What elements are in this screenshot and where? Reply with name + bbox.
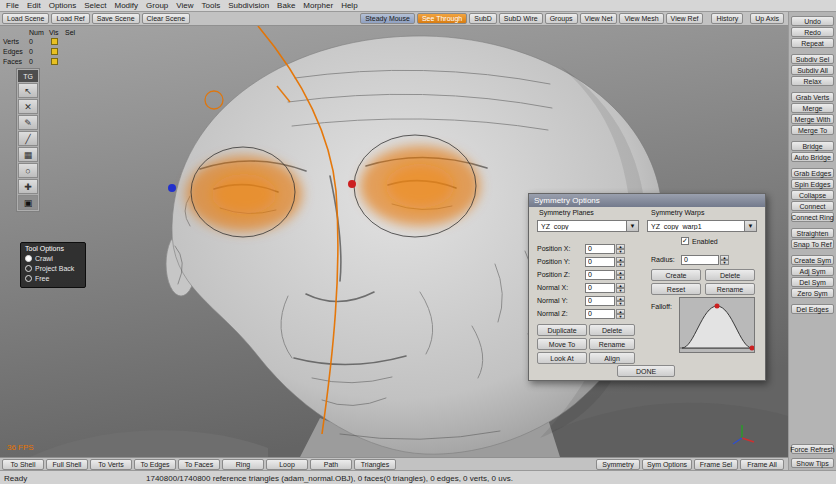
load-scene-button[interactable]: Load Scene <box>2 13 49 24</box>
subdiv-all-button[interactable]: Subdiv All <box>791 65 834 75</box>
menu-subdivision[interactable]: Subdivision <box>224 0 273 11</box>
faces-vis-toggle[interactable] <box>51 58 58 65</box>
bridge-button[interactable]: Bridge <box>791 141 834 151</box>
create-sym-button[interactable]: Create Sym <box>791 255 834 265</box>
menu-edit[interactable]: Edit <box>23 0 45 11</box>
draw-tool-icon[interactable]: ✎ <box>18 115 38 130</box>
loop-button[interactable]: Loop <box>266 459 308 470</box>
menu-group[interactable]: Group <box>142 0 172 11</box>
edges-vis-toggle[interactable] <box>51 48 58 55</box>
see-through-button[interactable]: See Through <box>417 13 467 24</box>
verts-vis-toggle[interactable] <box>51 38 58 45</box>
position-z-spinner[interactable]: ▲▼ <box>616 270 625 280</box>
reset-warp-button[interactable]: Reset <box>651 283 701 295</box>
rename-warp-button[interactable]: Rename <box>705 283 755 295</box>
radius-input[interactable] <box>681 255 719 265</box>
menu-view[interactable]: View <box>172 0 197 11</box>
view-ref-button[interactable]: View Ref <box>666 13 704 24</box>
full-shell-button[interactable]: Full Shell <box>46 459 88 470</box>
select-tool-icon[interactable]: ↖ <box>18 83 38 98</box>
menu-tools[interactable]: Tools <box>198 0 225 11</box>
align-button[interactable]: Align <box>589 352 635 364</box>
position-x-input[interactable] <box>585 244 615 254</box>
spinner-down-icon[interactable]: ▼ <box>616 249 625 254</box>
menu-morpher[interactable]: Morpher <box>299 0 337 11</box>
blue-symmetry-handle[interactable] <box>168 184 176 192</box>
menu-modify[interactable]: Modify <box>111 0 143 11</box>
ring-button[interactable]: Ring <box>222 459 264 470</box>
groups-button[interactable]: Groups <box>545 13 578 24</box>
look-at-button[interactable]: Look At <box>537 352 587 364</box>
merge-to-button[interactable]: Merge To <box>791 125 834 135</box>
enabled-checkbox[interactable]: ✓ Enabled <box>681 237 718 245</box>
spin-edges-button[interactable]: Spin Edges <box>791 179 834 189</box>
frame-all-button[interactable]: Frame All <box>740 459 784 470</box>
normal-x-spinner[interactable]: ▲▼ <box>616 283 625 293</box>
red-symmetry-handle[interactable] <box>348 180 356 188</box>
subdiv-sel-button[interactable]: Subdiv Sel <box>791 54 834 64</box>
position-y-spinner[interactable]: ▲▼ <box>616 257 625 267</box>
position-x-spinner[interactable]: ▲▼ <box>616 244 625 254</box>
subd-button[interactable]: SubD <box>469 13 497 24</box>
add-tool-icon[interactable]: ✚ <box>18 179 38 194</box>
move-to-button[interactable]: Move To <box>537 338 587 350</box>
falloff-curve-editor[interactable] <box>679 297 755 353</box>
to-verts-button[interactable]: To Verts <box>90 459 132 470</box>
normal-z-spinner[interactable]: ▲▼ <box>616 309 625 319</box>
option-crawl[interactable]: Crawl <box>25 255 81 262</box>
straighten-button[interactable]: Straighten <box>791 228 834 238</box>
falloff-peak-handle[interactable] <box>715 304 720 309</box>
menu-file[interactable]: File <box>2 0 23 11</box>
connect-button[interactable]: Connect <box>791 201 834 211</box>
connect-ring-button[interactable]: Connect Ring <box>791 212 834 222</box>
steady-mouse-button[interactable]: Steady Mouse <box>360 13 415 24</box>
dropdown-arrow-icon[interactable]: ▼ <box>626 221 638 231</box>
to-edges-button[interactable]: To Edges <box>134 459 176 470</box>
position-z-input[interactable] <box>585 270 615 280</box>
del-sym-button[interactable]: Del Sym <box>791 277 834 287</box>
falloff-end-handle[interactable] <box>750 346 755 351</box>
zero-sym-button[interactable]: Zero Sym <box>791 288 834 298</box>
view-mesh-button[interactable]: View Mesh <box>619 13 663 24</box>
brush-tool-icon[interactable]: ▣ <box>18 195 38 210</box>
normal-y-spinner[interactable]: ▲▼ <box>616 296 625 306</box>
merge-with-button[interactable]: Merge With <box>791 114 834 124</box>
menu-select[interactable]: Select <box>80 0 110 11</box>
clear-scene-button[interactable]: Clear Scene <box>142 13 191 24</box>
normal-x-input[interactable] <box>585 283 615 293</box>
path-button[interactable]: Path <box>310 459 352 470</box>
save-scene-button[interactable]: Save Scene <box>92 13 140 24</box>
normal-z-input[interactable] <box>585 309 615 319</box>
position-y-input[interactable] <box>585 257 615 267</box>
subd-wire-button[interactable]: SubD Wire <box>499 13 543 24</box>
del-edges-button[interactable]: Del Edges <box>791 304 834 314</box>
menu-bake[interactable]: Bake <box>273 0 299 11</box>
delete-plane-button[interactable]: Delete <box>589 324 635 336</box>
done-button[interactable]: DONE <box>617 365 675 377</box>
spinner-down-icon[interactable]: ▼ <box>720 260 729 265</box>
spinner-down-icon[interactable]: ▼ <box>616 301 625 306</box>
history-button[interactable]: History <box>711 13 743 24</box>
repeat-button[interactable]: Repeat <box>791 38 834 48</box>
duplicate-plane-button[interactable]: Duplicate <box>537 324 587 336</box>
option-free[interactable]: Free <box>25 275 81 282</box>
show-tips-button[interactable]: Show Tips <box>791 458 834 468</box>
delete-warp-button[interactable]: Delete <box>705 269 755 281</box>
relax-button[interactable]: Relax <box>791 76 834 86</box>
auto-bridge-button[interactable]: Auto Bridge <box>791 152 834 162</box>
spinner-down-icon[interactable]: ▼ <box>616 288 625 293</box>
redo-button[interactable]: Redo <box>791 27 834 37</box>
merge-button[interactable]: Merge <box>791 103 834 113</box>
to-shell-button[interactable]: To Shell <box>2 459 44 470</box>
force-refresh-button[interactable]: Force Refresh <box>791 444 834 454</box>
grab-edges-button[interactable]: Grab Edges <box>791 168 834 178</box>
lasso-tool-icon[interactable]: ○ <box>18 163 38 178</box>
menu-options[interactable]: Options <box>45 0 81 11</box>
spinner-down-icon[interactable]: ▼ <box>616 262 625 267</box>
symmetry-warp-select[interactable]: YZ_copy_warp1 ▼ <box>647 220 757 232</box>
symmetry-plane-select[interactable]: YZ_copy ▼ <box>537 220 639 232</box>
view-net-button[interactable]: View Net <box>580 13 618 24</box>
edge-tool-icon[interactable]: ╱ <box>18 131 38 146</box>
normal-y-input[interactable] <box>585 296 615 306</box>
undo-button[interactable]: Undo <box>791 16 834 26</box>
